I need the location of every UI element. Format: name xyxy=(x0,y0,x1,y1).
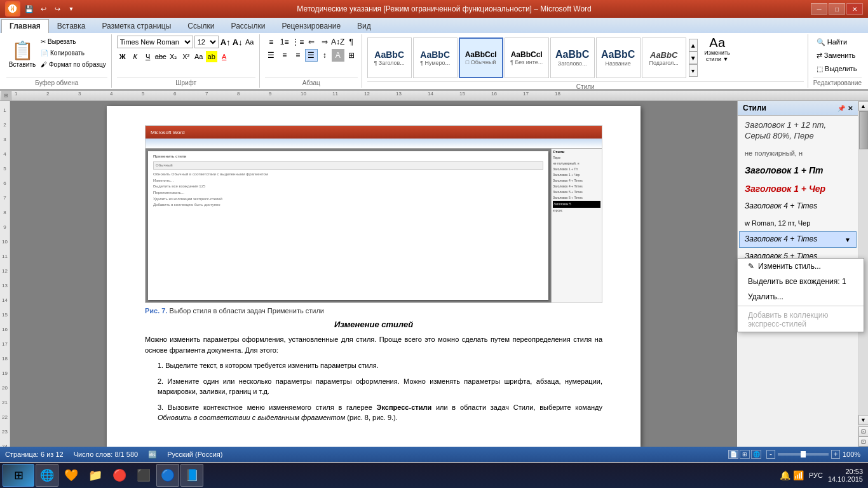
shading-btn[interactable]: A xyxy=(332,49,344,62)
close-btn[interactable]: ✕ xyxy=(846,3,863,15)
undo-quick-btn[interactable]: ↩ xyxy=(37,3,50,15)
taskbar-explorer[interactable]: 📁 xyxy=(84,464,107,487)
save-quick-btn[interactable]: 💾 xyxy=(23,3,36,15)
scroll-down-btn[interactable]: ▼ xyxy=(858,415,869,425)
view-web-btn[interactable]: 🌐 xyxy=(751,450,761,459)
tab-view[interactable]: Вид xyxy=(349,19,379,33)
status-page: Страница: 6 из 12 xyxy=(5,451,64,458)
ctx-change-style[interactable]: ✎ Изменить стиль... xyxy=(738,259,864,274)
style-numbered[interactable]: AaBbС ¶ Нумеро... xyxy=(413,37,458,78)
style-title[interactable]: AaBbС Название xyxy=(596,37,641,78)
sort-btn[interactable]: A↕Z xyxy=(332,36,344,48)
taskbar-word[interactable]: 📘 xyxy=(180,464,203,487)
scroll-page-down-btn[interactable]: ⊡ xyxy=(858,437,869,447)
style-panel-item-5[interactable]: w Roman, 12 пт, Чер xyxy=(739,215,857,231)
style-panel-item-3[interactable]: Заголовок 1 + Чер xyxy=(739,180,857,198)
increase-indent-btn[interactable]: ⇒ xyxy=(318,36,331,48)
change-styles-button[interactable]: Аа Изменить стили ▼ xyxy=(702,36,733,63)
start-button[interactable]: ⊞ xyxy=(3,464,34,487)
scroll-page-up-btn[interactable]: ⊡ xyxy=(858,426,869,437)
superscript-button[interactable]: X² xyxy=(180,51,192,62)
styles-panel-close-btn[interactable]: ✕ xyxy=(848,105,853,112)
underline-button[interactable]: Ч xyxy=(142,51,154,62)
customize-quick-btn[interactable]: ▼ xyxy=(65,3,78,15)
ruler-mark-13: 13 xyxy=(396,91,402,97)
zoom-plus-btn[interactable]: + xyxy=(831,450,840,459)
strikethrough-button[interactable]: abc xyxy=(155,51,166,62)
select-button[interactable]: ⬚ Выделить xyxy=(813,62,860,75)
minimize-btn[interactable]: ─ xyxy=(811,3,827,15)
style-heading1[interactable]: AaBbС ¶ Заголов... xyxy=(367,37,412,78)
shrink-font-btn[interactable]: A↓ xyxy=(232,36,243,48)
style-panel-item-1[interactable]: не полужирный, н xyxy=(739,146,857,161)
zoom-thumb[interactable] xyxy=(801,451,806,458)
ctx-select-all[interactable]: Выделить все вхождения: 1 xyxy=(738,274,864,289)
style-no-spacing[interactable]: AaBbCcI ¶ Без инте... xyxy=(505,37,549,78)
tab-insert[interactable]: Вставка xyxy=(49,19,94,33)
line-spacing-btn[interactable]: ↕ xyxy=(318,49,331,62)
grow-font-btn[interactable]: A↑ xyxy=(220,36,231,48)
view-print-btn[interactable]: 📄 xyxy=(728,450,738,459)
change-case-button[interactable]: Аа xyxy=(193,51,205,62)
zoom-minus-btn[interactable]: - xyxy=(766,450,775,459)
ctx-delete[interactable]: Удалить... xyxy=(738,289,864,304)
italic-button[interactable]: К xyxy=(130,51,141,62)
justify-btn[interactable]: ☰ xyxy=(305,49,318,62)
bold-button[interactable]: Ж xyxy=(117,51,128,62)
align-right-btn[interactable]: ≡ xyxy=(292,49,304,62)
find-button[interactable]: 🔍 Найти xyxy=(813,36,860,48)
maximize-btn[interactable]: □ xyxy=(829,3,845,15)
font-color-button[interactable]: А xyxy=(219,51,230,62)
style-subtitle[interactable]: AaBbС Подзагол... xyxy=(642,37,686,78)
style-panel-item-6[interactable]: Заголовок 4 + Times ▼ xyxy=(739,231,857,248)
copy-button[interactable]: 📄 Копировать xyxy=(39,47,107,58)
multilevel-button[interactable]: ⋮≡ xyxy=(292,36,304,48)
document-area[interactable]: Microsoft Word Применить стили Обычный О… xyxy=(10,101,737,447)
ruler-mark-11: 11 xyxy=(332,91,338,97)
ctx-add-to-gallery-label: Добавить в коллекцию экспресс-стилей xyxy=(748,311,853,329)
taskbar-app2[interactable]: 🧡 xyxy=(60,464,83,487)
replace-button[interactable]: ⇄ Заменить xyxy=(813,49,860,62)
taskbar-app5[interactable]: ⬛ xyxy=(132,464,155,487)
tab-review[interactable]: Рецензирование xyxy=(273,19,349,33)
office-logo[interactable]: 🅦 xyxy=(5,1,20,17)
highlight-button[interactable]: ab xyxy=(206,51,217,62)
style-panel-item-4[interactable]: Заголовок 4 + Times xyxy=(739,198,857,215)
align-center-btn[interactable]: ≡ xyxy=(278,49,291,62)
cut-button[interactable]: ✂ Вырезать xyxy=(39,36,107,47)
bullets-button[interactable]: ≡ xyxy=(265,36,278,48)
style-panel-item-2[interactable]: Заголовок 1 + Пт xyxy=(739,161,857,179)
redo-quick-btn[interactable]: ↪ xyxy=(51,3,64,15)
styles-scroll-down[interactable]: ▼ xyxy=(689,51,698,64)
font-size-select[interactable]: 12 xyxy=(194,36,219,48)
decrease-indent-btn[interactable]: ⇐ xyxy=(305,36,318,48)
style-normal[interactable]: AaBbCcI □ Обычный xyxy=(459,37,503,78)
borders-btn[interactable]: ⊞ xyxy=(345,49,358,62)
styles-panel-pin-btn[interactable]: 📌 xyxy=(837,105,845,112)
taskbar-browser[interactable]: 🔵 xyxy=(156,464,179,487)
taskbar-ie[interactable]: 🌐 xyxy=(36,464,58,487)
subscript-button[interactable]: X₂ xyxy=(168,51,179,62)
style-panel-item-0[interactable]: Заголовок 1 + 12 пт, Серый 80%, Пере xyxy=(739,117,857,145)
tab-page-layout[interactable]: Разметка страницы xyxy=(93,19,179,33)
clear-format-btn[interactable]: Aa xyxy=(244,36,255,48)
taskbar-app4[interactable]: 🔴 xyxy=(108,464,131,487)
ruler-corner[interactable]: ⊞ xyxy=(1,91,11,100)
styles-more-btn[interactable]: ▾ xyxy=(689,64,698,77)
styles-scroll-up[interactable]: ▲ xyxy=(689,39,698,51)
scroll-up-btn[interactable]: ▲ xyxy=(858,101,869,111)
tab-mailings[interactable]: Рассылки xyxy=(223,19,274,33)
style-dropdown-arrow[interactable]: ▼ xyxy=(844,236,851,244)
zoom-track[interactable] xyxy=(778,453,829,456)
view-fullscreen-btn[interactable]: ⊞ xyxy=(740,450,750,459)
align-left-btn[interactable]: ☰ xyxy=(265,49,278,62)
tab-references[interactable]: Ссылки xyxy=(179,19,222,33)
scroll-thumb[interactable] xyxy=(859,111,868,149)
format-painter-button[interactable]: 🖌 Формат по образцу xyxy=(39,58,107,70)
numbering-button[interactable]: 1≡ xyxy=(278,36,291,48)
show-marks-btn[interactable]: ¶ xyxy=(345,36,358,48)
style-heading-title[interactable]: AaBbС Заголово... xyxy=(550,37,595,78)
font-name-select[interactable]: Times New Roman xyxy=(117,36,193,48)
tab-home[interactable]: Главная xyxy=(1,19,49,33)
paste-button[interactable]: 📋 Вставить xyxy=(6,36,38,74)
